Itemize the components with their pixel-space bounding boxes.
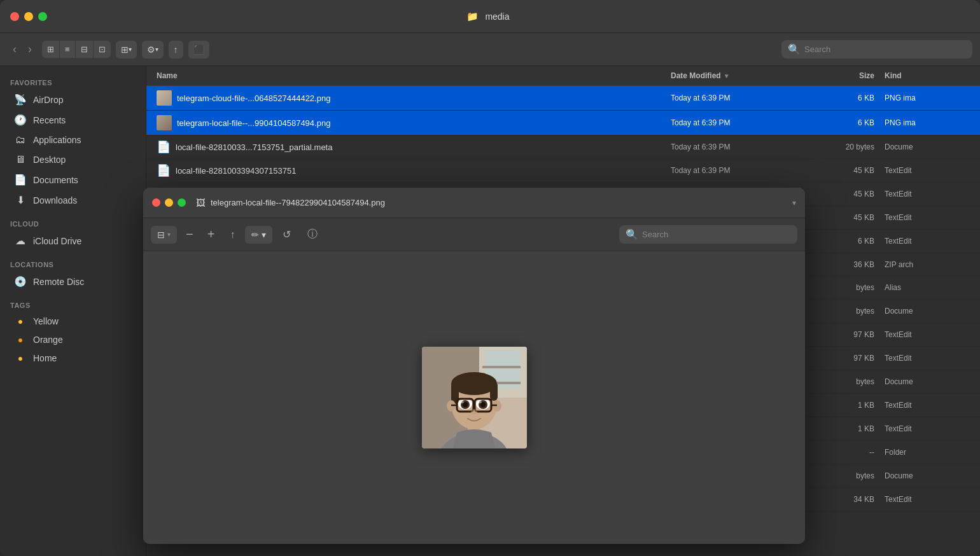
sidebar: Favorites 📡 AirDrop 🕐 Recents 🗂 Applicat… <box>0 66 146 556</box>
person-image-svg <box>422 347 527 448</box>
markup-chevron-icon: ▾ <box>262 230 266 240</box>
zoom-in-button[interactable]: + <box>202 225 220 244</box>
file-kind-cell: TextEdit <box>874 354 970 363</box>
view-icon: ⊟ <box>157 230 165 240</box>
table-row[interactable]: 📄 local-file-82810033...7153751_partial.… <box>146 136 980 159</box>
title-bar: 📁 media <box>0 0 980 33</box>
icon-view-button[interactable]: ⊞ <box>42 41 60 58</box>
rotate-button[interactable]: ↺ <box>276 225 297 244</box>
tag-button[interactable]: ⬛ <box>188 41 209 59</box>
preview-title-text: telegram-local-file--7948229904104587494… <box>211 198 787 207</box>
search-input[interactable] <box>804 45 966 54</box>
preview-maximize-button[interactable] <box>178 198 186 207</box>
file-size-cell: 45 KB <box>798 166 874 175</box>
downloads-label: Downloads <box>33 195 77 205</box>
share-button[interactable]: ↑ <box>169 41 183 59</box>
file-size-cell: bytes <box>798 377 874 386</box>
file-thumbnail <box>157 115 172 130</box>
file-size-cell: 1 KB <box>798 401 874 410</box>
sidebar-item-applications[interactable]: 🗂 Applications <box>4 130 142 149</box>
orange-label: Orange <box>33 335 63 345</box>
sidebar-item-orange[interactable]: ● Orange <box>4 331 142 349</box>
list-view-button[interactable]: ≡ <box>60 41 76 58</box>
file-name-cell: telegram-cloud-file-...0648527444422.png <box>157 90 671 106</box>
preview-toolbar: ⊟ ▾ − + ↑ ✏ ▾ ↺ ⓘ 🔍 <box>143 218 805 251</box>
finder-toolbar: ‹ › ⊞ ≡ ⊟ ⊡ ⊞ ▾ ⚙ ▾ ↑ ⬛ 🔍 <box>0 33 980 66</box>
preview-share-button[interactable]: ↑ <box>223 225 241 244</box>
sort-chevron-icon: ▼ <box>724 73 730 80</box>
file-size-cell: 97 KB <box>798 354 874 363</box>
back-button[interactable]: ‹ <box>8 40 22 59</box>
preview-view-button[interactable]: ⊟ ▾ <box>151 226 177 244</box>
svg-point-12 <box>452 373 496 391</box>
sidebar-item-icloud-drive[interactable]: ☁ iCloud Drive <box>4 231 142 251</box>
preview-file-icon: 🖼 <box>196 197 206 208</box>
preview-search-input[interactable] <box>642 230 791 239</box>
preview-title-bar: 🖼 telegram-local-file--79482299041045874… <box>143 188 805 218</box>
file-kind-cell: TextEdit <box>874 495 970 504</box>
desktop-icon: 🖥 <box>14 154 27 165</box>
table-row[interactable]: telegram-cloud-file-...0648527444422.png… <box>146 86 980 111</box>
sidebar-item-downloads[interactable]: ⬇ Downloads <box>4 190 142 210</box>
file-size-cell: -- <box>798 448 874 457</box>
sidebar-item-yellow[interactable]: ● Yellow <box>4 312 142 330</box>
sidebar-item-recents[interactable]: 🕐 Recents <box>4 110 142 130</box>
file-size-cell: 1 KB <box>798 424 874 433</box>
file-kind-cell: Alias <box>874 283 970 292</box>
sidebar-item-desktop[interactable]: 🖥 Desktop <box>4 150 142 169</box>
gallery-view-button[interactable]: ⊡ <box>94 41 111 58</box>
action-button[interactable]: ⚙ ▾ <box>142 41 164 59</box>
forward-button[interactable]: › <box>23 40 37 59</box>
date-column-header[interactable]: Date Modified ▼ <box>671 71 798 80</box>
file-size-cell: 6 KB <box>798 118 874 127</box>
view-options-button[interactable]: ⊞ ▾ <box>116 41 137 59</box>
zoom-out-button[interactable]: − <box>181 225 199 244</box>
airdrop-label: AirDrop <box>33 95 63 105</box>
file-size-cell: 97 KB <box>798 330 874 339</box>
info-button[interactable]: ⓘ <box>301 224 324 245</box>
doc-icon: 📄 <box>157 140 171 154</box>
file-size-cell: bytes <box>798 471 874 480</box>
file-kind-cell: PNG ima <box>874 94 970 102</box>
size-column-header[interactable]: Size <box>798 71 874 80</box>
search-bar[interactable]: 🔍 <box>781 40 972 59</box>
downloads-icon: ⬇ <box>14 194 27 206</box>
file-size-cell: 34 KB <box>798 495 874 504</box>
recents-icon: 🕐 <box>14 114 27 126</box>
table-row[interactable]: 📄 local-file-8281003394307153751 Today a… <box>146 159 980 183</box>
documents-label: Documents <box>33 175 78 185</box>
preview-search-bar[interactable]: 🔍 <box>619 225 797 244</box>
yellow-label: Yellow <box>33 316 59 326</box>
window-title: 📁 media <box>6 11 970 22</box>
folder-icon: 📁 <box>466 11 479 22</box>
view-chevron-icon: ▾ <box>167 231 171 238</box>
remote-disc-icon: 💿 <box>14 275 27 288</box>
sidebar-item-airdrop[interactable]: 📡 AirDrop <box>4 90 142 109</box>
name-column-header[interactable]: Name <box>157 71 671 80</box>
yellow-tag-icon: ● <box>14 316 27 326</box>
file-kind-cell: PNG ima <box>874 118 970 127</box>
table-row[interactable]: telegram-local-file--...9904104587494.pn… <box>146 111 980 136</box>
documents-icon: 📄 <box>14 174 27 186</box>
airdrop-icon: 📡 <box>14 94 27 106</box>
markup-button[interactable]: ✏ ▾ <box>245 226 272 244</box>
sidebar-item-home-tag[interactable]: ● Home <box>4 349 142 367</box>
remote-disc-label: Remote Disc <box>33 277 84 287</box>
file-kind-cell: TextEdit <box>874 424 970 433</box>
kind-column-header[interactable]: Kind <box>874 71 970 80</box>
preview-minimize-button[interactable] <box>165 198 173 207</box>
preview-content <box>143 251 805 544</box>
column-view-button[interactable]: ⊟ <box>76 41 94 58</box>
preview-close-button[interactable] <box>152 198 160 207</box>
recents-label: Recents <box>33 115 66 125</box>
file-kind-cell: Docume <box>874 142 970 151</box>
file-kind-cell: Docume <box>874 307 970 316</box>
sidebar-item-documents[interactable]: 📄 Documents <box>4 170 142 190</box>
preview-search-icon: 🔍 <box>626 228 638 240</box>
file-date-cell: Today at 6:39 PM <box>671 166 798 175</box>
file-name-cell: telegram-local-file--...9904104587494.pn… <box>157 115 671 130</box>
icloud-header: iCloud <box>0 215 146 230</box>
sidebar-item-remote-disc[interactable]: 💿 Remote Disc <box>4 272 142 291</box>
file-name-cell: 📄 local-file-82810033...7153751_partial.… <box>157 140 671 154</box>
applications-label: Applications <box>33 135 81 145</box>
